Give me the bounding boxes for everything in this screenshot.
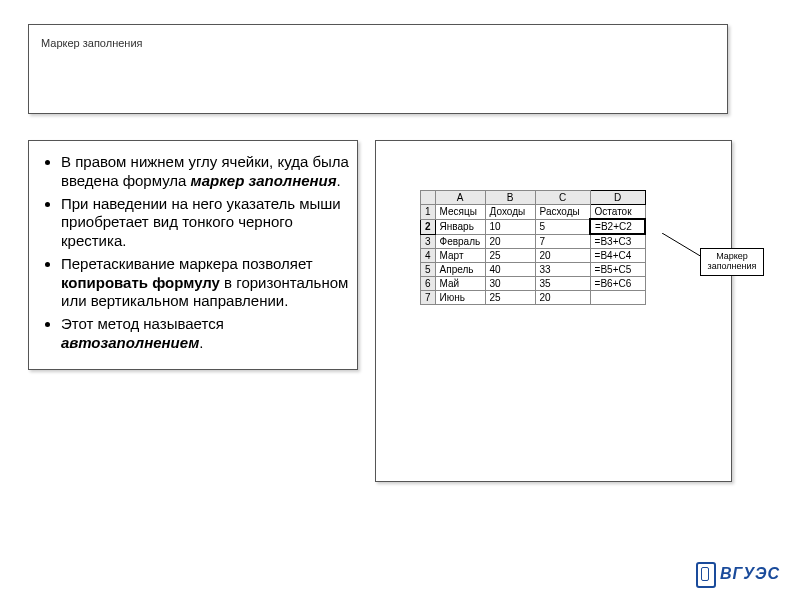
row-header: 1 — [421, 205, 436, 220]
table-row: 6 Май 30 35 =B6+C6 — [421, 277, 646, 291]
bullet-text: Перетаскивание маркера позволяет — [61, 255, 313, 272]
table-row: 7 Июнь 25 20 — [421, 291, 646, 305]
cell: =B5+C5 — [590, 263, 645, 277]
slide-title-box: Маркер заполнения — [28, 24, 728, 114]
cell: Остаток — [590, 205, 645, 220]
cell: Январь — [435, 219, 485, 234]
logo: ВГУЭС — [696, 562, 780, 588]
col-header-row: A B C D — [421, 191, 646, 205]
bullet-text: . — [337, 172, 341, 189]
bullet-item: Перетаскивание маркера позволяет копиров… — [61, 255, 349, 311]
col-header: C — [535, 191, 590, 205]
cell: Расходы — [535, 205, 590, 220]
bullet-em: автозаполнением — [61, 334, 199, 351]
bullet-text: . — [199, 334, 203, 351]
logo-text: ВГУЭС — [720, 565, 780, 582]
cell: Месяцы — [435, 205, 485, 220]
table-row: 5 Апрель 40 33 =B5+C5 — [421, 263, 646, 277]
logo-icon — [696, 562, 716, 588]
bullet-list: В правом нижнем углу ячейки, куда была в… — [35, 153, 349, 353]
cell: Доходы — [485, 205, 535, 220]
slide-title: Маркер заполнения — [41, 37, 143, 49]
cell: 20 — [535, 291, 590, 305]
cell: 20 — [535, 249, 590, 263]
cell: 35 — [535, 277, 590, 291]
table-row: 3 Февраль 20 7 =B3+C3 — [421, 234, 646, 249]
row-header: 4 — [421, 249, 436, 263]
cell: Июнь — [435, 291, 485, 305]
bullet-em: маркер заполнения — [191, 172, 337, 189]
bullet-item: При наведении на него указатель мыши при… — [61, 195, 349, 251]
table-row: 1 Месяцы Доходы Расходы Остаток — [421, 205, 646, 220]
cell: Март — [435, 249, 485, 263]
bullet-text: Этот метод называется — [61, 315, 224, 332]
bullet-em: копировать формулу — [61, 274, 220, 291]
cell: 33 — [535, 263, 590, 277]
cell: 20 — [485, 234, 535, 249]
bullet-panel: В правом нижнем углу ячейки, куда была в… — [28, 140, 358, 370]
selected-cell: =B2+C2 — [590, 219, 645, 234]
cell: Апрель — [435, 263, 485, 277]
bullet-text: При наведении на него указатель мыши при… — [61, 195, 341, 250]
table-row: 4 Март 25 20 =B4+C4 — [421, 249, 646, 263]
col-header: A — [435, 191, 485, 205]
row-header: 5 — [421, 263, 436, 277]
cell: 10 — [485, 219, 535, 234]
row-header: 3 — [421, 234, 436, 249]
cell: =B3+C3 — [590, 234, 645, 249]
cell: 25 — [485, 291, 535, 305]
cell: 25 — [485, 249, 535, 263]
callout-label: Маркер заполнения — [700, 248, 764, 276]
cell: 40 — [485, 263, 535, 277]
col-header: B — [485, 191, 535, 205]
bullet-item: В правом нижнем углу ячейки, куда была в… — [61, 153, 349, 191]
spreadsheet: A B C D 1 Месяцы Доходы Расходы Остаток … — [420, 190, 646, 305]
row-header: 6 — [421, 277, 436, 291]
cell: 7 — [535, 234, 590, 249]
cell: 5 — [535, 219, 590, 234]
cell — [590, 291, 645, 305]
col-header-selected: D — [590, 191, 645, 205]
cell: =B4+C4 — [590, 249, 645, 263]
row-header-selected: 2 — [421, 219, 436, 234]
bullet-item: Этот метод называется автозаполнением. — [61, 315, 349, 353]
cell: Февраль — [435, 234, 485, 249]
corner-cell — [421, 191, 436, 205]
table-row: 2 Январь 10 5 =B2+C2 — [421, 219, 646, 234]
row-header: 7 — [421, 291, 436, 305]
callout-text: заполнения — [708, 261, 757, 271]
cell: =B6+C6 — [590, 277, 645, 291]
cell: 30 — [485, 277, 535, 291]
callout-text: Маркер — [716, 251, 748, 261]
cell: Май — [435, 277, 485, 291]
